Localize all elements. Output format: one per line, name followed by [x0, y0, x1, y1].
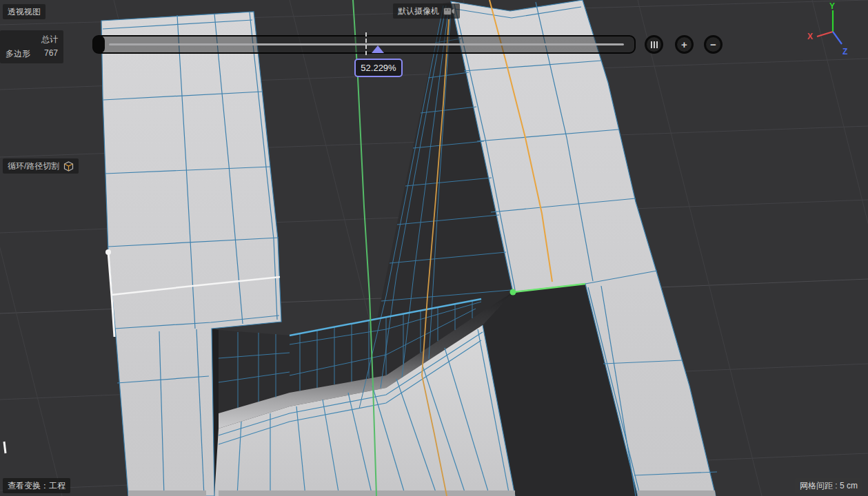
stats-polygons-label: 多边形	[6, 48, 30, 60]
timeline-slider[interactable]	[92, 35, 636, 54]
stats-polygons-value: 767	[44, 48, 58, 60]
viewport-name-text: 透视视图	[8, 6, 41, 17]
minus-icon: −	[710, 39, 716, 50]
axis-gizmo[interactable]: Y X Z	[801, 1, 867, 61]
view-transform-label: 查看变换：工程	[3, 478, 70, 493]
active-tool-label: 循环/路径切割	[3, 158, 79, 174]
viewport-3d-scene[interactable]	[0, 0, 868, 496]
options-bars-button[interactable]	[645, 35, 663, 54]
stats-total-label: 总计	[41, 34, 58, 45]
camera-label[interactable]: 默认摄像机	[393, 3, 460, 19]
plus-icon: +	[681, 39, 687, 50]
grid-spacing-text: 网格间距 : 5 cm	[800, 481, 858, 490]
selected-vertex-green	[510, 289, 516, 296]
slider-handle-triangle[interactable]	[372, 45, 384, 53]
slider-value-tooltip: 52.229%	[354, 59, 403, 77]
stats-panel: 总计 多边形 767	[0, 30, 63, 63]
zoom-out-button[interactable]: −	[704, 35, 723, 54]
grid-spacing-label: 网格间距 : 5 cm	[795, 478, 862, 493]
axis-x-label: X	[807, 32, 813, 41]
axis-z-label: Z	[842, 47, 847, 56]
slider-position-dash	[365, 32, 367, 55]
slider-value-text: 52.229%	[361, 63, 396, 73]
mesh-bottom-strip-right	[637, 490, 716, 496]
zoom-in-button[interactable]: +	[675, 35, 694, 54]
slider-start-cap[interactable]	[93, 36, 105, 53]
active-tool-text: 循环/路径切割	[8, 161, 59, 172]
view-transform-text: 查看变换：工程	[8, 480, 65, 491]
loop-cut-tool-icon	[63, 161, 74, 172]
camera-label-text: 默认摄像机	[398, 6, 439, 17]
viewport-3d[interactable]: 透视视图 总计 多边形 767 默认摄像机 52.229% +	[0, 0, 868, 496]
viewport-name-label[interactable]: 透视视图	[3, 4, 46, 19]
camera-icon	[443, 7, 455, 16]
axis-y-label: Y	[829, 1, 835, 11]
bars-icon	[651, 41, 652, 48]
mesh-bottom-strip-center	[219, 490, 515, 496]
mesh-bottom-strip-left	[128, 490, 206, 496]
selected-vertex-white	[105, 249, 111, 255]
